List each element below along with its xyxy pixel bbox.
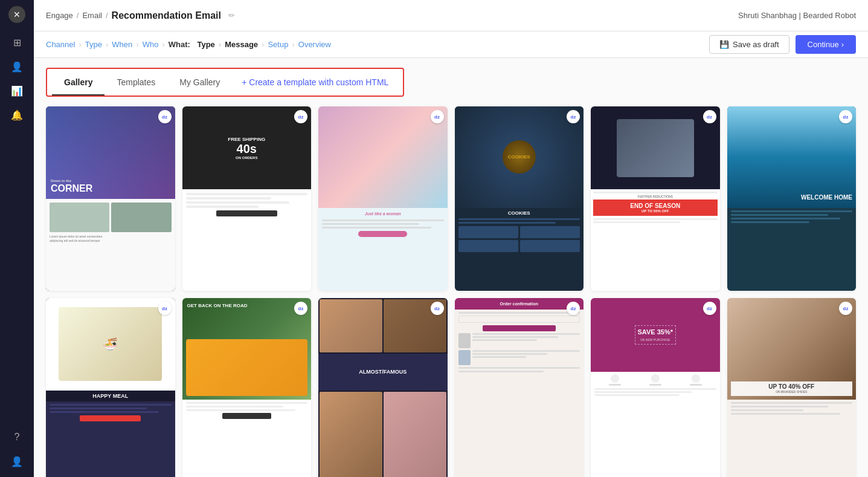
template-badge: dz [158, 302, 172, 315]
template-cookies[interactable]: dz COOKIES COOKIES [455, 106, 584, 291]
steps-nav: Channel › Type › When › Who › What: Type… [34, 31, 868, 58]
step-type[interactable]: Type › [85, 40, 110, 49]
sidebar-icon-user-circle[interactable]: 👤 [7, 452, 27, 471]
template-get-back-on-road[interactable]: dz GET BACK ON THE ROAD [182, 298, 312, 477]
template-badge: dz [567, 302, 580, 315]
edit-icon[interactable]: ✏ [228, 11, 235, 20]
template-free-shipping[interactable]: dz FREE SHIPPING 40s ON ORDERS [182, 106, 312, 291]
tab-templates[interactable]: Templates [104, 69, 167, 96]
sidebar-icon-users[interactable]: 👤 [7, 57, 27, 76]
save-draft-button[interactable]: 💾 Save as draft [709, 35, 789, 54]
template-further-reductions[interactable]: dz FURTHER REDUCTIONS END OF SEASON UP T… [591, 106, 720, 291]
sidebar-icon-chart[interactable]: 📊 [7, 81, 27, 100]
template-tabs: Gallery Templates My Gallery + Create a … [46, 68, 404, 97]
template-badge: dz [431, 110, 444, 123]
template-almost-famous[interactable]: dz ALMOST/FAMOUS [318, 298, 448, 477]
step-channel[interactable]: Channel › [46, 40, 83, 49]
sidebar-icon-bell[interactable]: 🔔 [7, 105, 27, 125]
close-button[interactable]: ✕ [8, 6, 25, 23]
template-welcome-home[interactable]: dz WELCOME HOME [727, 106, 857, 291]
page-title: Recommendation Email [112, 10, 221, 21]
tab-my-gallery[interactable]: My Gallery [167, 69, 232, 96]
user-name: Shruti Shanbhag | Bearded Robot [738, 11, 856, 20]
template-badge: dz [703, 110, 716, 123]
steps-actions: 💾 Save as draft Continue › [709, 35, 856, 54]
template-badge: dz [294, 302, 307, 315]
continue-button[interactable]: Continue › [796, 35, 856, 54]
breadcrumb-sep2: / [106, 11, 108, 20]
breadcrumb-email[interactable]: Email [82, 11, 102, 20]
breadcrumb: Engage / Email / Recommendation Email ✏ [46, 10, 235, 21]
content-area: Gallery Templates My Gallery + Create a … [34, 58, 868, 477]
tab-gallery[interactable]: Gallery [52, 69, 104, 96]
user-info: Shruti Shanbhag | Bearded Robot [738, 11, 856, 20]
template-badge: dz [839, 110, 852, 123]
breadcrumb-engage[interactable]: Engage [46, 11, 73, 20]
step-overview[interactable]: Overview [298, 40, 331, 49]
main-panel: Engage / Email / Recommendation Email ✏ … [34, 0, 868, 477]
topbar: Engage / Email / Recommendation Email ✏ … [34, 0, 868, 31]
template-badge: dz [294, 110, 307, 123]
gallery-grid: dz Down in the CORNER L [46, 106, 856, 477]
step-who[interactable]: Who › [143, 40, 166, 49]
template-badge: dz [567, 110, 580, 123]
template-save-35[interactable]: dz SAVE 35%* ON NEW PURCHASE [591, 298, 720, 477]
steps-list: Channel › Type › When › Who › What: Type… [46, 40, 331, 49]
template-badge: dz [703, 302, 716, 315]
template-corner[interactable]: dz Down in the CORNER L [46, 106, 175, 291]
sidebar: ✕ ⊞ 👤 📊 🔔 ? 👤 [0, 0, 34, 477]
step-when[interactable]: When › [112, 40, 140, 49]
chevron-right-icon: › [841, 40, 844, 49]
template-happy-meal[interactable]: dz 🍜 HAPPY MEAL [46, 298, 175, 477]
template-up-to-40-off[interactable]: dz UP TO 40% OFF ON BRANDED SHOES [727, 298, 857, 477]
sidebar-icon-help[interactable]: ? [7, 427, 27, 447]
breadcrumb-sep1: / [77, 11, 79, 20]
template-just-like-a-woman[interactable]: dz Just like a woman [318, 106, 448, 291]
template-badge: dz [158, 110, 172, 123]
step-what: What: Type › Message [169, 40, 258, 49]
step-setup[interactable]: Setup › [268, 40, 295, 49]
template-order-confirmation[interactable]: dz Order confirmation [455, 298, 584, 477]
template-badge: dz [839, 302, 852, 315]
sidebar-icon-grid[interactable]: ⊞ [7, 33, 27, 52]
template-badge: dz [431, 302, 444, 315]
tab-create-custom[interactable]: + Create a template with custom HTML [232, 69, 398, 96]
save-icon: 💾 [719, 40, 729, 49]
